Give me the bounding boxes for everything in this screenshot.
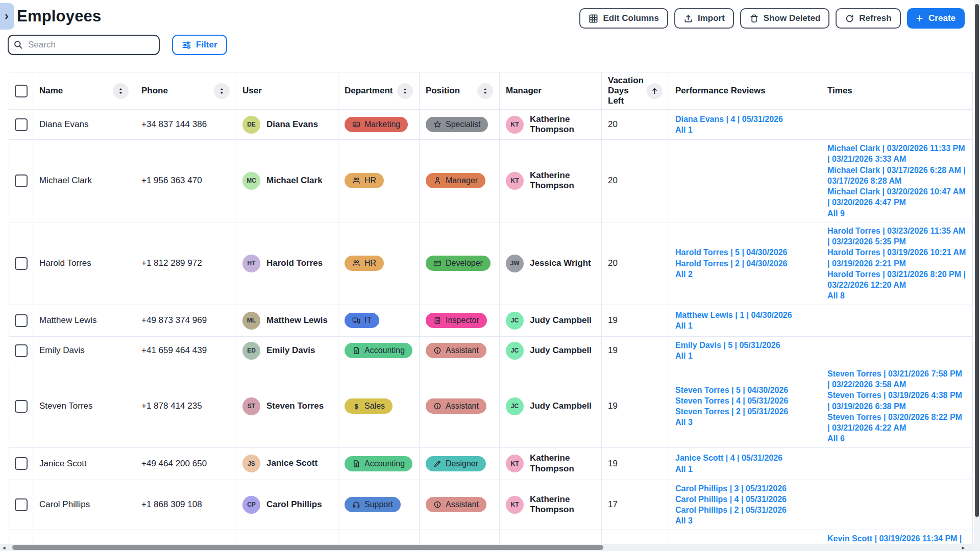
time-entry-link[interactable]: Michael Clark | 03/20/2026 11:33 PM | 03… [827, 143, 966, 165]
search-input[interactable] [8, 35, 160, 55]
employee-row: Diana Evans +34 837 144 386 DE Diana Eva… [9, 110, 973, 140]
times-cell: Steven Torres | 03/21/2026 7:58 PM | 03/… [827, 368, 966, 444]
row-checkbox[interactable] [15, 257, 28, 270]
row-checkbox[interactable] [15, 344, 28, 357]
search-box [8, 35, 160, 55]
refresh-button[interactable]: Refresh [836, 8, 900, 29]
import-button[interactable]: Import [674, 8, 734, 29]
employee-phone: +1 812 289 972 [135, 222, 236, 305]
time-entry-link[interactable]: Harold Torres | 03/21/2026 8:20 PM | 03/… [827, 269, 966, 291]
user-name: Carol Phillips [266, 499, 322, 510]
sort-vacation-asc-button[interactable] [647, 83, 663, 99]
performance-review-link[interactable]: Diana Evans | 4 | 05/31/2026 [675, 114, 815, 124]
performance-review-link[interactable]: Harold Torres | 5 | 04/30/2026 [675, 247, 815, 258]
person-icon [433, 177, 442, 185]
filter-button[interactable]: Filter [172, 35, 227, 55]
position-label: Inspector [446, 316, 479, 325]
performance-review-link[interactable]: Janice Scott | 4 | 05/31/2026 [675, 453, 815, 463]
performance-review-link[interactable]: Steven Torres | 4 | 05/31/2026 [675, 395, 815, 406]
performance-review-link[interactable]: Emily Davis | 5 | 05/31/2026 [675, 340, 815, 350]
chevron-right-icon: › [5, 10, 8, 23]
department-badge: IT [345, 313, 379, 328]
performance-review-link-all[interactable]: All 3 [675, 515, 815, 526]
scroll-right-arrow[interactable]: ▸ [962, 544, 965, 550]
sort-position-button[interactable] [477, 83, 493, 99]
row-checkbox[interactable] [15, 457, 28, 470]
performance-review-link[interactable]: Harold Torres | 2 | 04/30/2026 [675, 258, 815, 269]
upload-icon [683, 14, 693, 23]
employee-phone: +1 868 309 108 [135, 480, 236, 530]
position-badge: Designer [426, 456, 486, 471]
employee-name: Matthew Lewis [33, 305, 135, 336]
time-entry-link-all[interactable]: All 6 [827, 433, 966, 444]
employee-row: Janice Scott +49 464 200 650 JS Janice S… [9, 447, 973, 480]
department-label: Accounting [364, 346, 405, 355]
performance-review-link[interactable]: Steven Torres | 5 | 04/30/2026 [675, 385, 815, 395]
performance-review-link[interactable]: Matthew Lewis | 1 | 04/30/2026 [675, 310, 815, 320]
performance-review-link[interactable]: Carol Phillips | 2 | 05/31/2026 [675, 505, 815, 515]
position-badge: Specialist [426, 117, 488, 132]
horizontal-scrollbar[interactable]: ◂ ▸ [0, 544, 974, 551]
scroll-left-arrow[interactable]: ◂ [3, 544, 6, 550]
row-checkbox[interactable] [15, 118, 28, 131]
position-badge: Assistant [426, 497, 486, 512]
sort-phone-button[interactable] [214, 83, 230, 99]
sort-department-button[interactable] [397, 83, 413, 99]
performance-review-link-all[interactable]: All 2 [675, 269, 815, 280]
performance-review-link[interactable]: Carol Phillips | 3 | 05/31/2026 [675, 483, 815, 494]
star-icon [433, 120, 442, 129]
department-label: HR [364, 176, 376, 185]
pencil-icon [433, 460, 442, 468]
time-entry-link[interactable]: Steven Torres | 03/19/2026 4:38 PM | 03/… [827, 390, 966, 412]
performance-reviews-cell: Steven Torres | 5 | 04/30/2026Steven Tor… [675, 385, 815, 428]
position-badge: Assistant [426, 398, 486, 414]
show-deleted-button[interactable]: Show Deleted [740, 8, 829, 29]
performance-review-link-all[interactable]: All 1 [675, 320, 815, 331]
time-entry-link[interactable]: Harold Torres | 03/23/2026 11:35 AM | 03… [827, 226, 966, 247]
department-label: Support [364, 500, 393, 509]
time-entry-link-all[interactable]: All 9 [827, 208, 966, 219]
sidebar-expand-toggle[interactable]: › [0, 3, 14, 30]
vertical-scrollbar-thumb[interactable] [975, 4, 979, 517]
performance-review-link-all[interactable]: All 3 [675, 417, 815, 428]
row-checkbox[interactable] [15, 174, 28, 187]
sort-name-button[interactable] [113, 83, 129, 99]
user-avatar: ML [242, 312, 260, 330]
create-button[interactable]: + Create [907, 8, 965, 29]
select-all-checkbox[interactable] [15, 85, 28, 97]
employee-phone: +34 837 144 386 [135, 110, 236, 140]
time-entry-link[interactable]: Steven Torres | 03/21/2026 7:58 PM | 03/… [827, 368, 966, 390]
performance-review-link-all[interactable]: All 1 [675, 124, 815, 135]
row-checkbox[interactable] [15, 498, 28, 511]
devices-icon [352, 316, 360, 324]
performance-review-link[interactable]: Steven Torres | 2 | 05/31/2026 [675, 406, 815, 417]
horizontal-scrollbar-thumb[interactable] [12, 545, 603, 550]
time-entry-link[interactable]: Harold Torres | 03/19/2026 10:21 AM | 03… [827, 247, 966, 269]
time-entry-link[interactable]: Michael Clark | 03/20/2026 10:47 AM | 03… [827, 186, 966, 208]
vertical-scrollbar[interactable] [974, 0, 980, 551]
user-name: Steven Torres [266, 401, 324, 411]
user-name: Emily Davis [266, 345, 315, 356]
info-icon [433, 402, 442, 410]
performance-review-link-all[interactable]: All 1 [675, 464, 815, 474]
edit-columns-button[interactable]: Edit Columns [579, 8, 668, 29]
position-badge: Manager [426, 173, 485, 188]
vacation-days-left-value: 19 [602, 447, 669, 480]
times-cell: Harold Torres | 03/23/2026 11:35 AM | 03… [827, 226, 966, 302]
time-entry-link-all[interactable]: All 8 [827, 290, 966, 301]
position-label: Assistant [446, 402, 479, 411]
time-entry-link[interactable]: Steven Torres | 03/20/2026 8:22 PM | 03/… [827, 412, 966, 434]
performance-review-link[interactable]: Carol Phillips | 4 | 05/31/2026 [675, 494, 815, 505]
performance-reviews-cell: Emily Davis | 5 | 05/31/2026All 1 [675, 340, 815, 362]
filter-icon [182, 40, 191, 50]
row-checkbox[interactable] [15, 400, 28, 413]
clipboard-icon [433, 316, 442, 324]
department-label: Accounting [364, 459, 405, 468]
employee-row: Harold Torres +1 812 289 972 HT Harold T… [9, 222, 973, 305]
position-label: Assistant [446, 346, 479, 355]
row-checkbox[interactable] [15, 314, 28, 327]
controls-row: Filter [8, 35, 980, 55]
time-entry-link[interactable]: Michael Clark | 03/17/2026 6:28 AM | 03/… [827, 165, 966, 187]
people-icon [352, 177, 360, 185]
performance-review-link-all[interactable]: All 1 [675, 350, 815, 361]
